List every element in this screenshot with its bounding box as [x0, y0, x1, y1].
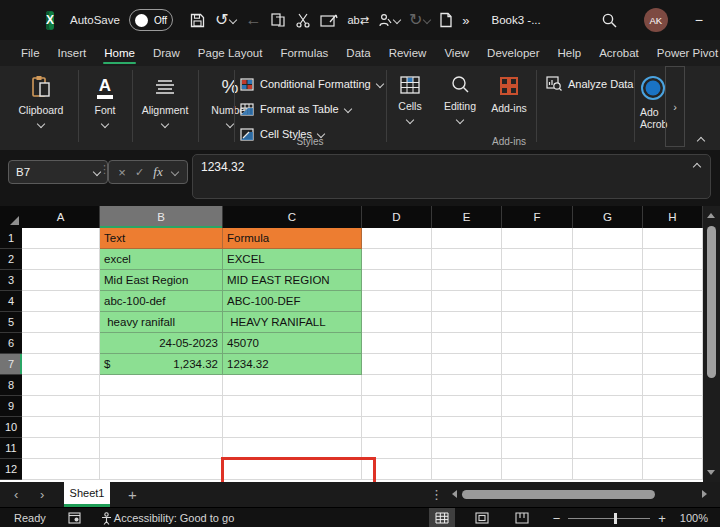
new-file-button[interactable] [439, 12, 453, 28]
cell-D2[interactable] [362, 249, 432, 270]
cell-B3[interactable]: Mid East Region [100, 270, 223, 291]
maximize-button[interactable] [714, 0, 720, 40]
normal-view-button[interactable] [429, 508, 455, 527]
cell-F9[interactable] [502, 396, 573, 417]
cell-B4[interactable]: abc-100-def [100, 291, 223, 312]
alignment-group-button[interactable]: Alignment [136, 66, 194, 155]
cell-E6[interactable] [432, 333, 502, 354]
select-all-button[interactable] [0, 206, 23, 228]
ribbon-scroll-right-button[interactable]: › [665, 66, 685, 147]
email-button[interactable] [320, 13, 338, 28]
cell-A4[interactable] [22, 291, 100, 312]
cell-D11[interactable] [362, 438, 432, 459]
scroll-down-icon[interactable] [707, 470, 715, 475]
cell-C9[interactable] [223, 396, 362, 417]
translate-button[interactable]: ab⇄ [347, 15, 368, 26]
cell-G10[interactable] [573, 417, 643, 438]
cell-C10[interactable] [223, 417, 362, 438]
column-header-D[interactable]: D [362, 206, 432, 228]
cell-H8[interactable] [643, 375, 703, 396]
undo-button[interactable]: ↺ [215, 12, 236, 28]
hscroll-left-icon[interactable] [452, 490, 457, 498]
tab-formulas[interactable]: Formulas [271, 40, 337, 66]
cell-E3[interactable] [432, 270, 502, 291]
tab-help[interactable]: Help [549, 40, 591, 66]
redo-button[interactable]: ↻ [409, 12, 430, 28]
cell-G8[interactable] [573, 375, 643, 396]
cell-H10[interactable] [643, 417, 703, 438]
cell-H5[interactable] [643, 312, 703, 333]
cell-B1[interactable]: Text [100, 228, 223, 249]
page-break-view-button[interactable] [509, 508, 535, 527]
tab-data[interactable]: Data [337, 40, 379, 66]
cell-G1[interactable] [573, 228, 643, 249]
sheet-tab-sheet1[interactable]: Sheet1 [64, 482, 110, 507]
row-header-4[interactable]: 4 [0, 291, 22, 312]
zoom-slider[interactable] [568, 518, 650, 519]
cell-G5[interactable] [573, 312, 643, 333]
cell-C2[interactable]: EXCEL [223, 249, 362, 270]
cell-A1[interactable] [22, 228, 100, 249]
cell-D6[interactable] [362, 333, 432, 354]
column-header-B[interactable]: B [100, 206, 223, 228]
cell-F5[interactable] [502, 312, 573, 333]
cell-H2[interactable] [643, 249, 703, 270]
cell-H7[interactable] [643, 354, 703, 375]
cell-H9[interactable] [643, 396, 703, 417]
editing-group-button[interactable]: Editing [436, 66, 484, 155]
page-layout-view-button[interactable] [469, 508, 495, 527]
tab-acrobat[interactable]: Acrobat [590, 40, 648, 66]
cell-F4[interactable] [502, 291, 573, 312]
chevron-down-icon[interactable] [229, 16, 237, 24]
cell-H4[interactable] [643, 291, 703, 312]
cell-E9[interactable] [432, 396, 502, 417]
tab-home[interactable]: Home [95, 40, 144, 66]
row-header-6[interactable]: 6 [0, 333, 22, 354]
cell-F8[interactable] [502, 375, 573, 396]
zoom-slider-thumb[interactable] [614, 513, 617, 524]
cell-F12[interactable] [502, 459, 573, 480]
cell-B8[interactable] [100, 375, 223, 396]
row-header-1[interactable]: 1 [0, 228, 22, 249]
cell-B2[interactable]: excel [100, 249, 223, 270]
save-button[interactable] [189, 12, 206, 29]
cell-H12[interactable] [643, 459, 703, 480]
cell-C11[interactable] [223, 438, 362, 459]
cell-H6[interactable] [643, 333, 703, 354]
tab-page-layout[interactable]: Page Layout [189, 40, 272, 66]
conditional-formatting-button[interactable]: Conditional Formatting [240, 72, 383, 96]
macro-record-icon[interactable] [62, 508, 87, 527]
cell-G12[interactable] [573, 459, 643, 480]
search-button[interactable] [601, 12, 618, 29]
cell-C6[interactable]: 45070 [223, 333, 362, 354]
cell-E10[interactable] [432, 417, 502, 438]
cell-F11[interactable] [502, 438, 573, 459]
ink-button[interactable] [378, 13, 400, 28]
cell-D4[interactable] [362, 291, 432, 312]
chevron-down-icon[interactable] [423, 16, 431, 24]
cell-G3[interactable] [573, 270, 643, 291]
tab-power-pivot[interactable]: Power Pivot [648, 40, 720, 66]
row-header-8[interactable]: 8 [0, 375, 22, 396]
cell-C8[interactable] [223, 375, 362, 396]
format-as-table-button[interactable]: Format as Table [240, 97, 351, 121]
cancel-icon[interactable]: × [118, 165, 126, 180]
more-commands-button[interactable]: » [462, 14, 469, 27]
vertical-scroll-thumb[interactable] [707, 226, 716, 378]
minimize-button[interactable]: − [684, 0, 714, 40]
cell-H1[interactable] [643, 228, 703, 249]
add-sheet-button[interactable]: + [128, 482, 137, 507]
horizontal-scroll-thumb[interactable] [462, 490, 655, 499]
row-header-3[interactable]: 3 [0, 270, 22, 291]
cell-C4[interactable]: ABC-100-DEF [223, 291, 362, 312]
cell-A6[interactable] [22, 333, 100, 354]
cut-button[interactable] [295, 12, 311, 28]
row-header-9[interactable]: 9 [0, 396, 22, 417]
cell-A10[interactable] [22, 417, 100, 438]
insert-function-icon[interactable]: fx [153, 164, 162, 180]
cell-H11[interactable] [643, 438, 703, 459]
column-header-A[interactable]: A [22, 206, 100, 228]
vertical-scrollbar[interactable] [703, 206, 720, 482]
chevron-down-icon[interactable] [393, 16, 401, 24]
cell-A8[interactable] [22, 375, 100, 396]
